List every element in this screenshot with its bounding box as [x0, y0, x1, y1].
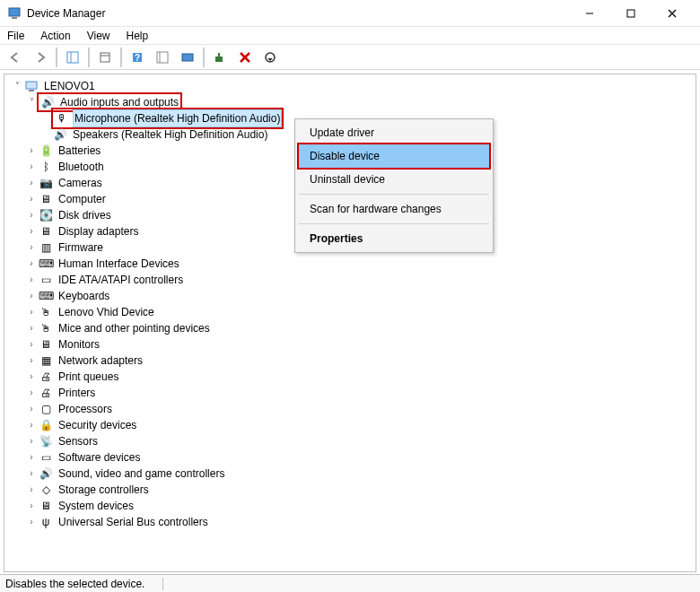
- disk-icon: 💽: [39, 208, 53, 222]
- chevron-right-icon[interactable]: ›: [26, 304, 37, 320]
- tree-item-speakers-label: Speakers (Realtek High Definition Audio): [71, 126, 269, 143]
- tree-category[interactable]: ›🔊Sound, video and game controllers: [12, 466, 692, 482]
- tree-category-label: Storage controllers: [57, 482, 151, 498]
- speaker-icon: 🔊: [53, 127, 67, 142]
- update-button[interactable]: [260, 48, 280, 67]
- chevron-down-icon[interactable]: ˅: [12, 78, 22, 94]
- context-menu: Update driver Disable device Uninstall d…: [294, 118, 494, 253]
- mice-icon: 🖱: [39, 321, 53, 335]
- svg-rect-8: [101, 53, 109, 62]
- tree-category[interactable]: ›🖱Mice and other pointing devices: [12, 320, 692, 336]
- tree-category[interactable]: ›⌨Human Interface Devices: [12, 256, 692, 272]
- chevron-right-icon[interactable]: ›: [26, 143, 37, 159]
- monitor-button[interactable]: [178, 48, 197, 67]
- chevron-right-icon[interactable]: ›: [26, 498, 37, 514]
- close-button[interactable]: [652, 0, 693, 27]
- computer-icon: [24, 79, 39, 93]
- tree-category[interactable]: ›▭IDE ATA/ATAPI controllers: [12, 272, 692, 288]
- chevron-right-icon[interactable]: ›: [26, 207, 37, 223]
- show-hide-tree-button[interactable]: [63, 48, 83, 67]
- properties-button[interactable]: [95, 48, 115, 67]
- tree-category-label: Computer: [57, 191, 108, 207]
- chevron-right-icon[interactable]: ›: [26, 449, 37, 466]
- context-properties[interactable]: Properties: [297, 227, 491, 250]
- menu-file[interactable]: File: [5, 28, 26, 44]
- context-disable-device[interactable]: Disable device: [297, 143, 491, 170]
- tree-category-label: Keyboards: [57, 288, 111, 304]
- printq-icon: 🖨: [39, 370, 53, 384]
- tree-category-label: System devices: [57, 498, 136, 514]
- security-icon: 🔒: [39, 418, 53, 432]
- svg-rect-0: [9, 8, 20, 16]
- chevron-right-icon[interactable]: ›: [26, 401, 37, 417]
- tree-category-label: Sound, video and game controllers: [57, 466, 226, 482]
- chevron-right-icon[interactable]: ›: [26, 175, 37, 191]
- tree-category[interactable]: ›🖨Print queues: [12, 369, 692, 385]
- chevron-right-icon[interactable]: ›: [26, 417, 37, 433]
- enable-button[interactable]: [210, 48, 230, 67]
- menu-help[interactable]: Help: [125, 28, 151, 44]
- tree-category-label: Batteries: [57, 143, 102, 159]
- toolbar-separator: [88, 48, 90, 67]
- back-button[interactable]: [5, 48, 25, 67]
- usb-icon: ψ: [39, 515, 53, 529]
- tree-category[interactable]: ›🖥System devices: [12, 498, 692, 514]
- help-button[interactable]: ?: [127, 48, 147, 67]
- tree-category[interactable]: ›▭Software devices: [12, 449, 692, 466]
- scan-button[interactable]: [153, 48, 172, 67]
- chevron-right-icon[interactable]: ›: [26, 466, 37, 482]
- tree-category-label: Processors: [57, 401, 114, 417]
- context-separator: [299, 194, 489, 195]
- tree-category-label: Print queues: [57, 369, 120, 385]
- hid-icon: ⌨: [39, 257, 53, 271]
- context-uninstall-device[interactable]: Uninstall device: [297, 168, 491, 191]
- chevron-right-icon[interactable]: ›: [26, 288, 37, 304]
- menubar: File Action View Help: [0, 27, 700, 45]
- toolbar-separator: [203, 48, 205, 67]
- tree-category[interactable]: ›🔒Security devices: [12, 417, 692, 433]
- chevron-right-icon[interactable]: ›: [26, 353, 37, 369]
- chevron-right-icon[interactable]: ›: [26, 239, 37, 256]
- chevron-right-icon[interactable]: ›: [26, 514, 37, 530]
- chevron-right-icon[interactable]: ›: [26, 385, 37, 401]
- menu-action[interactable]: Action: [39, 28, 72, 44]
- tree-category[interactable]: ›▢Processors: [12, 401, 692, 417]
- keyboards-icon: ⌨: [39, 289, 53, 303]
- chevron-right-icon[interactable]: ›: [26, 320, 37, 336]
- maximize-button[interactable]: [610, 0, 652, 27]
- chevron-right-icon[interactable]: ›: [26, 482, 37, 498]
- context-scan-hardware[interactable]: Scan for hardware changes: [297, 197, 491, 221]
- tree-category[interactable]: ›🖥Monitors: [12, 336, 692, 353]
- chevron-right-icon[interactable]: ›: [26, 336, 37, 353]
- tree-category[interactable]: ›📡Sensors: [12, 433, 692, 449]
- tree-category[interactable]: ›⌨Keyboards: [12, 288, 692, 304]
- chevron-right-icon[interactable]: ›: [26, 256, 37, 272]
- tree-category[interactable]: ›ψUniversal Serial Bus controllers: [12, 514, 692, 530]
- tree-category-label: Cameras: [57, 175, 104, 191]
- tree-category[interactable]: ›◇Storage controllers: [12, 482, 692, 498]
- context-update-driver[interactable]: Update driver: [297, 121, 491, 144]
- chevron-right-icon[interactable]: ›: [26, 191, 37, 207]
- tree-category[interactable]: ›🖨Printers: [12, 385, 692, 401]
- toolbar-separator: [56, 48, 57, 67]
- svg-rect-3: [627, 10, 634, 17]
- chevron-right-icon[interactable]: ›: [26, 272, 37, 288]
- chevron-right-icon[interactable]: ›: [26, 159, 37, 175]
- chevron-right-icon[interactable]: ›: [26, 223, 37, 239]
- svg-text:?: ?: [135, 53, 140, 63]
- minimize-button[interactable]: [569, 0, 610, 27]
- computer-icon: 🖥: [39, 192, 53, 206]
- chevron-right-icon[interactable]: ›: [26, 433, 37, 449]
- forward-button[interactable]: [31, 48, 50, 67]
- tree-category-label: Universal Serial Bus controllers: [57, 514, 210, 530]
- chevron-down-icon[interactable]: ˅: [26, 94, 37, 110]
- tree-category-label: Disk drives: [57, 207, 113, 223]
- lenovo-icon: 🖱: [39, 305, 53, 319]
- uninstall-button[interactable]: [235, 48, 255, 67]
- tree-category-label: Security devices: [57, 417, 138, 433]
- tree-category[interactable]: ›▦Network adapters: [12, 353, 692, 369]
- tree-category[interactable]: ›🖱Lenovo Vhid Device: [12, 304, 692, 320]
- cameras-icon: 📷: [39, 176, 53, 190]
- chevron-right-icon[interactable]: ›: [26, 369, 37, 385]
- menu-view[interactable]: View: [85, 28, 112, 44]
